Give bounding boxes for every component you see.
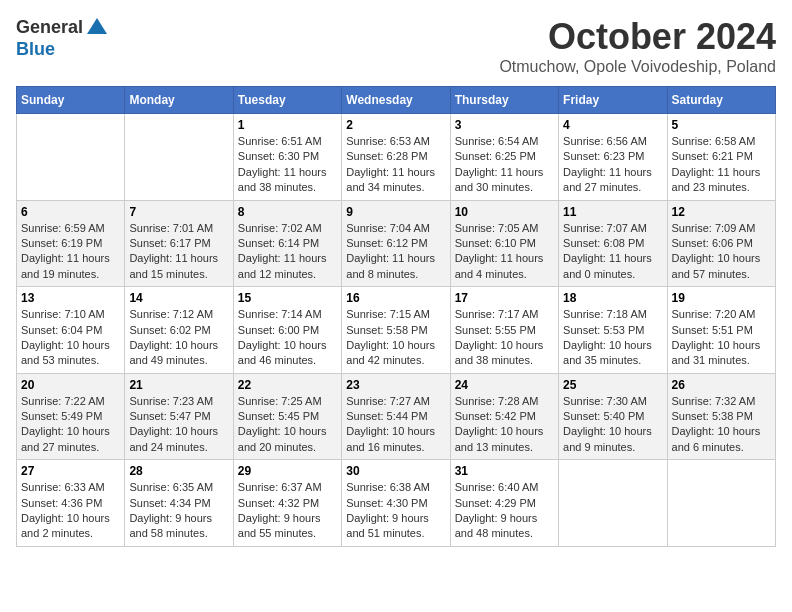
day-number: 19 [672,291,771,305]
col-thursday: Thursday [450,87,558,114]
day-number: 7 [129,205,228,219]
calendar-cell-1-1: 7Sunrise: 7:01 AM Sunset: 6:17 PM Daylig… [125,200,233,287]
day-info: Sunrise: 7:05 AM Sunset: 6:10 PM Dayligh… [455,221,554,283]
calendar-cell-0-6: 5Sunrise: 6:58 AM Sunset: 6:21 PM Daylig… [667,114,775,201]
week-row-4: 27Sunrise: 6:33 AM Sunset: 4:36 PM Dayli… [17,460,776,547]
day-number: 23 [346,378,445,392]
day-number: 30 [346,464,445,478]
col-sunday: Sunday [17,87,125,114]
week-row-1: 6Sunrise: 6:59 AM Sunset: 6:19 PM Daylig… [17,200,776,287]
day-info: Sunrise: 7:28 AM Sunset: 5:42 PM Dayligh… [455,394,554,456]
day-number: 29 [238,464,337,478]
calendar-cell-4-2: 29Sunrise: 6:37 AM Sunset: 4:32 PM Dayli… [233,460,341,547]
day-number: 11 [563,205,662,219]
day-info: Sunrise: 6:59 AM Sunset: 6:19 PM Dayligh… [21,221,120,283]
day-number: 20 [21,378,120,392]
day-info: Sunrise: 6:37 AM Sunset: 4:32 PM Dayligh… [238,480,337,542]
week-row-2: 13Sunrise: 7:10 AM Sunset: 6:04 PM Dayli… [17,287,776,374]
col-monday: Monday [125,87,233,114]
day-info: Sunrise: 7:15 AM Sunset: 5:58 PM Dayligh… [346,307,445,369]
logo-general: General [16,18,83,38]
day-info: Sunrise: 7:20 AM Sunset: 5:51 PM Dayligh… [672,307,771,369]
day-number: 2 [346,118,445,132]
week-row-3: 20Sunrise: 7:22 AM Sunset: 5:49 PM Dayli… [17,373,776,460]
calendar-cell-4-6 [667,460,775,547]
calendar-cell-2-2: 15Sunrise: 7:14 AM Sunset: 6:00 PM Dayli… [233,287,341,374]
day-info: Sunrise: 7:30 AM Sunset: 5:40 PM Dayligh… [563,394,662,456]
day-info: Sunrise: 6:38 AM Sunset: 4:30 PM Dayligh… [346,480,445,542]
logo-blue: Blue [16,40,109,60]
day-number: 31 [455,464,554,478]
calendar-cell-2-3: 16Sunrise: 7:15 AM Sunset: 5:58 PM Dayli… [342,287,450,374]
day-number: 9 [346,205,445,219]
calendar-cell-2-0: 13Sunrise: 7:10 AM Sunset: 6:04 PM Dayli… [17,287,125,374]
day-number: 24 [455,378,554,392]
day-number: 12 [672,205,771,219]
calendar-cell-0-4: 3Sunrise: 6:54 AM Sunset: 6:25 PM Daylig… [450,114,558,201]
calendar-cell-3-0: 20Sunrise: 7:22 AM Sunset: 5:49 PM Dayli… [17,373,125,460]
calendar-header-row: Sunday Monday Tuesday Wednesday Thursday… [17,87,776,114]
calendar-cell-0-1 [125,114,233,201]
svg-marker-0 [87,18,107,34]
day-number: 13 [21,291,120,305]
day-number: 25 [563,378,662,392]
day-info: Sunrise: 6:33 AM Sunset: 4:36 PM Dayligh… [21,480,120,542]
title-section: October 2024 Otmuchow, Opole Voivodeship… [499,16,776,76]
day-info: Sunrise: 7:25 AM Sunset: 5:45 PM Dayligh… [238,394,337,456]
day-info: Sunrise: 7:22 AM Sunset: 5:49 PM Dayligh… [21,394,120,456]
day-number: 10 [455,205,554,219]
week-row-0: 1Sunrise: 6:51 AM Sunset: 6:30 PM Daylig… [17,114,776,201]
day-number: 18 [563,291,662,305]
day-number: 27 [21,464,120,478]
calendar-cell-3-6: 26Sunrise: 7:32 AM Sunset: 5:38 PM Dayli… [667,373,775,460]
day-info: Sunrise: 6:56 AM Sunset: 6:23 PM Dayligh… [563,134,662,196]
day-info: Sunrise: 7:18 AM Sunset: 5:53 PM Dayligh… [563,307,662,369]
logo: General Blue [16,16,109,60]
day-info: Sunrise: 7:27 AM Sunset: 5:44 PM Dayligh… [346,394,445,456]
page-header: General Blue October 2024 Otmuchow, Opol… [16,16,776,76]
col-tuesday: Tuesday [233,87,341,114]
day-info: Sunrise: 7:02 AM Sunset: 6:14 PM Dayligh… [238,221,337,283]
day-info: Sunrise: 6:51 AM Sunset: 6:30 PM Dayligh… [238,134,337,196]
calendar-cell-2-1: 14Sunrise: 7:12 AM Sunset: 6:02 PM Dayli… [125,287,233,374]
day-info: Sunrise: 6:58 AM Sunset: 6:21 PM Dayligh… [672,134,771,196]
location-subtitle: Otmuchow, Opole Voivodeship, Poland [499,58,776,76]
calendar-cell-1-6: 12Sunrise: 7:09 AM Sunset: 6:06 PM Dayli… [667,200,775,287]
col-friday: Friday [559,87,667,114]
calendar-cell-4-4: 31Sunrise: 6:40 AM Sunset: 4:29 PM Dayli… [450,460,558,547]
calendar-cell-3-5: 25Sunrise: 7:30 AM Sunset: 5:40 PM Dayli… [559,373,667,460]
calendar-cell-4-5 [559,460,667,547]
day-number: 22 [238,378,337,392]
calendar-table: Sunday Monday Tuesday Wednesday Thursday… [16,86,776,547]
calendar-cell-1-2: 8Sunrise: 7:02 AM Sunset: 6:14 PM Daylig… [233,200,341,287]
calendar-cell-3-3: 23Sunrise: 7:27 AM Sunset: 5:44 PM Dayli… [342,373,450,460]
calendar-cell-1-3: 9Sunrise: 7:04 AM Sunset: 6:12 PM Daylig… [342,200,450,287]
calendar-cell-1-0: 6Sunrise: 6:59 AM Sunset: 6:19 PM Daylig… [17,200,125,287]
day-info: Sunrise: 7:04 AM Sunset: 6:12 PM Dayligh… [346,221,445,283]
day-number: 26 [672,378,771,392]
day-number: 8 [238,205,337,219]
logo-icon [85,16,109,40]
calendar-cell-2-5: 18Sunrise: 7:18 AM Sunset: 5:53 PM Dayli… [559,287,667,374]
day-info: Sunrise: 7:09 AM Sunset: 6:06 PM Dayligh… [672,221,771,283]
col-saturday: Saturday [667,87,775,114]
day-number: 28 [129,464,228,478]
day-info: Sunrise: 6:54 AM Sunset: 6:25 PM Dayligh… [455,134,554,196]
day-number: 4 [563,118,662,132]
day-info: Sunrise: 7:23 AM Sunset: 5:47 PM Dayligh… [129,394,228,456]
calendar-cell-3-4: 24Sunrise: 7:28 AM Sunset: 5:42 PM Dayli… [450,373,558,460]
day-number: 16 [346,291,445,305]
day-info: Sunrise: 7:14 AM Sunset: 6:00 PM Dayligh… [238,307,337,369]
day-info: Sunrise: 6:40 AM Sunset: 4:29 PM Dayligh… [455,480,554,542]
month-title: October 2024 [499,16,776,58]
day-info: Sunrise: 7:01 AM Sunset: 6:17 PM Dayligh… [129,221,228,283]
day-number: 14 [129,291,228,305]
calendar-cell-1-4: 10Sunrise: 7:05 AM Sunset: 6:10 PM Dayli… [450,200,558,287]
calendar-cell-0-2: 1Sunrise: 6:51 AM Sunset: 6:30 PM Daylig… [233,114,341,201]
calendar-cell-4-1: 28Sunrise: 6:35 AM Sunset: 4:34 PM Dayli… [125,460,233,547]
day-number: 15 [238,291,337,305]
day-number: 21 [129,378,228,392]
day-number: 17 [455,291,554,305]
day-info: Sunrise: 6:35 AM Sunset: 4:34 PM Dayligh… [129,480,228,542]
calendar-cell-0-3: 2Sunrise: 6:53 AM Sunset: 6:28 PM Daylig… [342,114,450,201]
